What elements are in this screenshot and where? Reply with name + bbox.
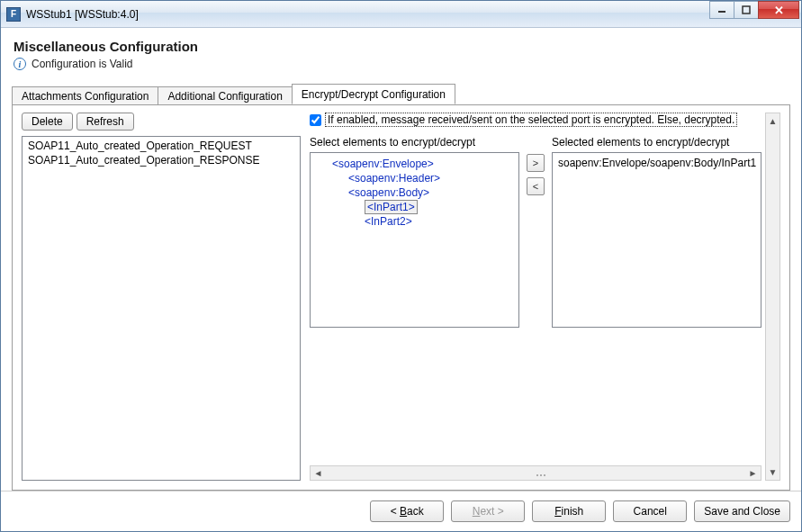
finish-rest: inish: [562, 505, 584, 518]
maximize-button[interactable]: [734, 1, 759, 19]
back-mnemonic: B: [400, 505, 407, 518]
close-icon: ✕: [774, 4, 784, 17]
info-icon: i: [14, 58, 26, 70]
back-button[interactable]: < Back: [370, 500, 444, 522]
status-line: i Configuration is Valid: [14, 58, 788, 70]
selected-elements-column: Selected elements to encrypt/decrypt soa…: [552, 136, 761, 462]
selected-elements-list[interactable]: soapenv:Envelope/soapenv:Body/InPart1: [552, 152, 761, 328]
encrypt-area: Select elements to encrypt/decrypt <soap…: [310, 136, 761, 462]
window-title: WSStub1 [WSStub:4.0]: [26, 8, 710, 21]
finish-mnemonic: F: [554, 505, 561, 518]
finish-button[interactable]: Finish: [532, 500, 606, 522]
page-title: Miscellaneous Configuration: [14, 39, 788, 54]
enable-encrypt-row: If enabled, message received/sent on the…: [310, 113, 761, 127]
tab-attachments[interactable]: Attachments Configuration: [12, 86, 158, 105]
maximize-icon: [742, 5, 751, 14]
element-tree[interactable]: <soapenv:Envelope> <soapenv:Header> <soa…: [310, 152, 519, 328]
save-and-close-button[interactable]: Save and Close: [694, 500, 790, 522]
mover-column: > <: [525, 136, 546, 462]
enable-encrypt-checkbox[interactable]: [310, 114, 321, 126]
list-item[interactable]: SOAP11_Auto_created_Operation_REQUEST: [24, 139, 298, 153]
header-region: Miscellaneous Configuration i Configurat…: [1, 28, 801, 78]
next-button: Next >: [451, 500, 525, 522]
tab-bar: Attachments Configuration Additional Con…: [12, 84, 790, 104]
tab-panel-encrypt: Delete Refresh SOAP11_Auto_created_Opera…: [12, 104, 790, 491]
titlebar: F WSStub1 [WSStub:4.0] ✕: [1, 1, 801, 28]
available-elements-column: Select elements to encrypt/decrypt <soap…: [310, 136, 519, 462]
move-left-button[interactable]: <: [527, 177, 545, 195]
horizontal-scrollbar[interactable]: ◄ ⋯ ►: [310, 465, 761, 481]
right-column: If enabled, message received/sent on the…: [310, 113, 780, 481]
app-icon: F: [6, 7, 21, 22]
scroll-grip-icon: ⋯: [536, 469, 544, 477]
minimize-button[interactable]: [709, 1, 734, 19]
svg-rect-1: [743, 6, 750, 14]
tree-node-selected[interactable]: <InPart1>: [365, 200, 418, 214]
move-right-button[interactable]: >: [527, 154, 545, 172]
refresh-button[interactable]: Refresh: [77, 113, 134, 131]
tab-encrypt-decrypt[interactable]: Encrypt/Decrypt Configuration: [292, 84, 455, 104]
tree-node[interactable]: <InPart2>: [316, 214, 513, 229]
status-text: Configuration is Valid: [32, 58, 133, 70]
selected-elements-label: Selected elements to encrypt/decrypt: [552, 136, 761, 149]
tabs-region: Attachments Configuration Additional Con…: [12, 84, 790, 491]
list-item[interactable]: soapenv:Envelope/soapenv:Body/InPart1: [558, 157, 755, 169]
tab-additional[interactable]: Additional Configuration: [158, 86, 292, 105]
delete-button[interactable]: Delete: [22, 113, 73, 131]
tree-node[interactable]: <soapenv:Body>: [316, 185, 513, 200]
dialog-window: F WSStub1 [WSStub:4.0] ✕ Miscellaneous C…: [0, 0, 802, 532]
back-prefix: <: [391, 505, 400, 518]
next-rest: ext >: [480, 505, 503, 518]
back-rest: ack: [407, 505, 424, 518]
close-button[interactable]: ✕: [758, 1, 799, 19]
available-elements-label: Select elements to encrypt/decrypt: [310, 136, 519, 149]
vertical-scrollbar[interactable]: ▲ ▼: [765, 113, 780, 481]
cancel-button[interactable]: Cancel: [613, 500, 687, 522]
scroll-right-icon[interactable]: ►: [745, 466, 761, 480]
scroll-left-icon[interactable]: ◄: [311, 466, 326, 480]
toolbar-row: Delete Refresh: [22, 113, 301, 131]
minimize-icon: [717, 5, 726, 14]
footer: < Back Next > Finish Cancel Save and Clo…: [1, 491, 801, 531]
scroll-down-icon[interactable]: ▼: [766, 464, 779, 480]
enable-encrypt-label: If enabled, message received/sent on the…: [325, 113, 737, 127]
list-item[interactable]: SOAP11_Auto_created_Operation_RESPONSE: [24, 153, 298, 167]
window-buttons: ✕: [710, 1, 799, 19]
left-column: Delete Refresh SOAP11_Auto_created_Opera…: [22, 113, 301, 481]
scroll-up-icon[interactable]: ▲: [766, 113, 779, 129]
tree-node[interactable]: <soapenv:Header>: [316, 171, 513, 185]
tree-node[interactable]: <soapenv:Envelope>: [316, 157, 513, 171]
operation-listbox[interactable]: SOAP11_Auto_created_Operation_REQUEST SO…: [22, 136, 301, 481]
